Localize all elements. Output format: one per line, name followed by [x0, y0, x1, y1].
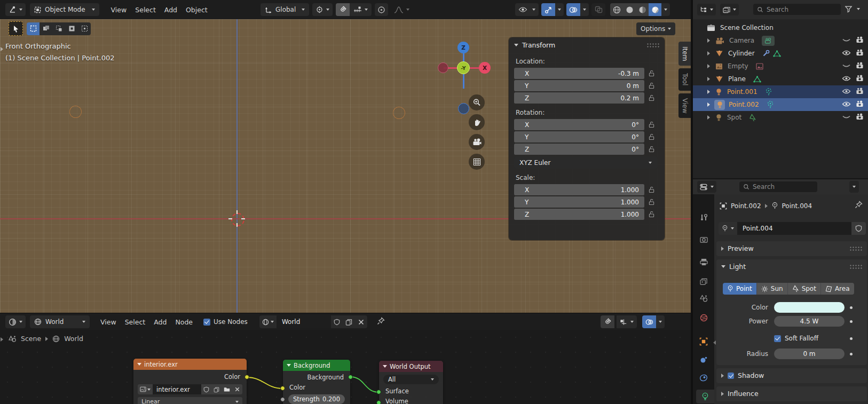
- light-type-area[interactable]: Area: [820, 283, 854, 295]
- panel-collapse-icon[interactable]: [721, 265, 725, 268]
- panel-collapse-icon[interactable]: [721, 374, 724, 378]
- outliner-filter-dropdown[interactable]: [845, 5, 860, 13]
- tab-object[interactable]: [696, 335, 711, 348]
- lock-location-z[interactable]: [644, 94, 658, 101]
- render-visibility-toggle[interactable]: [856, 88, 864, 96]
- sidebar-tab-tool[interactable]: Tool: [678, 68, 691, 90]
- expand-icon[interactable]: [707, 51, 710, 56]
- unlink-button[interactable]: [355, 315, 367, 328]
- hide-toggle[interactable]: [842, 101, 851, 109]
- overlays-toggle[interactable]: [566, 3, 580, 16]
- hide-toggle[interactable]: [842, 114, 851, 122]
- outliner-row-spot[interactable]: Spot: [693, 111, 868, 124]
- properties-search-input[interactable]: Search: [739, 181, 817, 192]
- transform-panel-title[interactable]: Transform: [522, 41, 555, 49]
- gizmo-y-ball[interactable]: -Y: [457, 61, 470, 74]
- outliner-search-input[interactable]: Search: [753, 4, 841, 15]
- lock-rotation-y[interactable]: [644, 133, 658, 140]
- outliner-filter-id-dropdown[interactable]: [720, 4, 739, 15]
- shading-wireframe-button[interactable]: [610, 3, 623, 16]
- collection-name[interactable]: Scene Collection: [720, 24, 774, 31]
- lock-scale-z[interactable]: [644, 211, 658, 218]
- overlays-dropdown[interactable]: [580, 3, 589, 16]
- shader-node-canvas[interactable]: Scene World interior.exr Color: [0, 330, 691, 404]
- expand-icon[interactable]: [707, 64, 710, 68]
- menu-select[interactable]: Select: [123, 318, 148, 326]
- tab-render[interactable]: [696, 233, 711, 247]
- hide-toggle[interactable]: [842, 88, 851, 96]
- render-visibility-toggle[interactable]: [856, 113, 864, 122]
- gizmo-z-ball[interactable]: Z: [457, 42, 469, 53]
- lock-rotation-z[interactable]: [644, 146, 658, 153]
- node-collapse-icon[interactable]: [137, 363, 141, 366]
- outliner-row-camera[interactable]: Camera: [693, 34, 868, 47]
- shading-solid-button[interactable]: [623, 3, 636, 16]
- region-collapse-arrow[interactable]: [713, 340, 716, 345]
- viewport-3d[interactable]: Options Front Orthographic (1) Scene Col…: [0, 19, 691, 313]
- editor-type-button[interactable]: [5, 315, 26, 328]
- node-snap-toggle[interactable]: [601, 315, 614, 328]
- light-panel[interactable]: Light Point Sun Spot: [716, 259, 867, 365]
- socket-background-output[interactable]: [348, 375, 353, 379]
- hide-toggle[interactable]: [842, 75, 851, 83]
- light-power-field[interactable]: 4.5 W: [774, 316, 845, 327]
- influence-panel[interactable]: Influence: [716, 386, 867, 401]
- tab-world[interactable]: [696, 311, 711, 324]
- animate-dot[interactable]: [850, 306, 853, 309]
- pin-button[interactable]: [377, 317, 385, 327]
- outliner-row-scene-collection[interactable]: Scene Collection: [693, 21, 868, 34]
- panel-collapse-icon[interactable]: [721, 392, 724, 396]
- light-fake-user-button[interactable]: [851, 222, 866, 235]
- socket-surface-input[interactable]: [376, 390, 381, 394]
- location-z-field[interactable]: Z0.2 m: [514, 92, 644, 104]
- nav-gizmo[interactable]: Z -Y X: [432, 41, 496, 118]
- outliner-row-cylinder[interactable]: Cylinder: [693, 47, 868, 60]
- use-nodes-toggle[interactable]: Use Nodes: [203, 318, 248, 326]
- light-color-swatch[interactable]: [774, 302, 845, 313]
- shading-material-button[interactable]: [636, 3, 649, 16]
- menu-add[interactable]: Add: [162, 6, 179, 14]
- select-box-intersect-button[interactable]: [78, 22, 91, 35]
- socket-color-input[interactable]: [280, 386, 285, 391]
- menu-select[interactable]: Select: [133, 6, 158, 14]
- camera-data-badge[interactable]: [762, 36, 775, 46]
- menu-node[interactable]: Node: [173, 318, 195, 326]
- light-radius-field[interactable]: 0 m: [774, 348, 845, 359]
- rotation-mode-dropdown[interactable]: XYZ Euler: [514, 157, 657, 169]
- image-open-button[interactable]: [222, 384, 232, 394]
- proportional-editing-toggle[interactable]: [375, 3, 388, 16]
- light-browse-button[interactable]: [719, 222, 737, 235]
- light-type-sun[interactable]: Sun: [756, 283, 787, 295]
- image-unlink-button[interactable]: [232, 384, 242, 394]
- object-name[interactable]: Point.002: [729, 101, 759, 108]
- tab-constraints[interactable]: [696, 371, 711, 385]
- properties-pin-button[interactable]: [855, 201, 863, 210]
- scale-x-field[interactable]: X1.000: [514, 184, 644, 195]
- outliner-row-point-001[interactable]: Point.001: [693, 85, 868, 98]
- menu-view[interactable]: View: [98, 318, 119, 326]
- gizmos-dropdown[interactable]: [555, 3, 564, 16]
- image-copy-button[interactable]: [211, 384, 222, 394]
- node-overlays-toggle[interactable]: [642, 315, 656, 328]
- tab-output[interactable]: [696, 255, 711, 269]
- image-browse-button[interactable]: [138, 384, 153, 394]
- select-box-new-button[interactable]: [27, 22, 40, 35]
- options-button[interactable]: Options: [636, 22, 675, 35]
- hide-toggle[interactable]: [842, 62, 851, 70]
- object-name[interactable]: Plane: [728, 75, 746, 83]
- panel-grip-icon[interactable]: [849, 264, 862, 269]
- light-type-spot[interactable]: Spot: [787, 283, 820, 295]
- panel-collapse-icon[interactable]: [721, 247, 724, 251]
- socket-volume-input[interactable]: [376, 400, 381, 404]
- output-target-dropdown[interactable]: All: [383, 375, 439, 384]
- gizmo-x-ball[interactable]: X: [479, 62, 491, 74]
- node-collapse-icon[interactable]: [383, 365, 387, 368]
- scale-y-field[interactable]: Y1.000: [514, 196, 644, 208]
- light-type-point[interactable]: Point: [723, 283, 756, 295]
- render-visibility-toggle[interactable]: [856, 75, 864, 83]
- select-box-difference-button[interactable]: [65, 22, 78, 35]
- node-environment-texture[interactable]: interior.exr Color interior.exr: [133, 359, 247, 404]
- snap-settings-dropdown[interactable]: [350, 3, 372, 16]
- outliner-row-empty[interactable]: Empty: [693, 60, 868, 73]
- node-overlays-dropdown[interactable]: [656, 315, 665, 328]
